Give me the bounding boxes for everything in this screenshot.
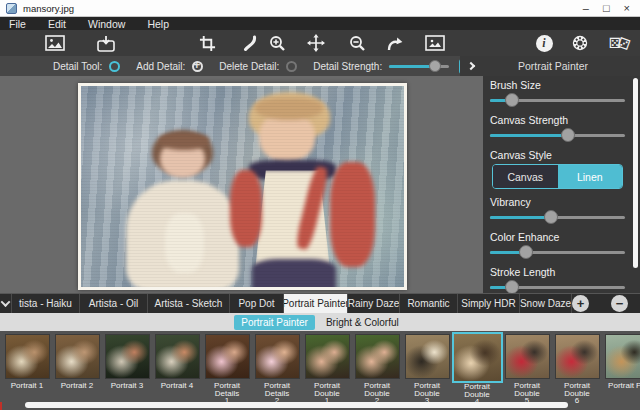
thumbnail-scrollbar[interactable] <box>25 402 568 408</box>
window-title: mansory.jpg <box>23 3 74 14</box>
thumbnail-portrait-pe[interactable]: Portrait Pe <box>602 334 640 410</box>
preset-group-bar: Portrait PainterBright & Colorful <box>0 313 640 331</box>
detail-strength-handle[interactable] <box>429 60 441 72</box>
tab-artista-sketch[interactable]: Artista - Sketch <box>148 294 230 313</box>
tab-romantic[interactable]: Romantic <box>400 294 458 313</box>
menu-edit[interactable]: Edit <box>37 18 77 30</box>
toolbar: i ⚄⚂ <box>0 30 640 56</box>
menubar: FileEditWindowHelp <box>0 17 640 30</box>
thumbnail-portrait-details-2-image <box>255 334 300 379</box>
menu-window[interactable]: Window <box>77 18 136 30</box>
thumbnail-portrait-double-2[interactable]: PortraitDouble2 <box>352 334 402 410</box>
subtab-portrait-painter[interactable]: Portrait Painter <box>234 315 315 330</box>
thumbnail-portrait-double-6-label: PortraitDouble6 <box>564 382 590 405</box>
app-window: { "window": { "title": "mansory.jpg", "c… <box>0 0 640 410</box>
slider-label-color-enhance: Color Enhance <box>490 231 633 243</box>
menu-help[interactable]: Help <box>136 18 180 30</box>
thumbnail-portrait-details-1[interactable]: PortraitDetails1 <box>202 334 252 410</box>
chevron-down-icon <box>1 297 11 307</box>
detail-strength-label: Detail Strength: <box>313 61 382 72</box>
slider-block-brush-size: Brush Size <box>490 79 633 107</box>
detail-strength-slider[interactable] <box>389 60 449 72</box>
add-style-button[interactable]: + <box>572 295 589 312</box>
thumbnail-portrait-double-4[interactable]: PortraitDouble4 <box>452 334 502 410</box>
slider-vibrancy[interactable] <box>490 210 625 224</box>
thumbnail-portrait-double-1[interactable]: PortraitDouble1 <box>302 334 352 410</box>
window-controls: – □ × <box>583 3 640 14</box>
tab-pop-dot[interactable]: Pop Dot <box>230 294 284 313</box>
slider-handle-canvas-strength[interactable] <box>561 128 575 142</box>
thumbnail-portrait-4[interactable]: Portrait 4 <box>152 334 202 410</box>
redo-icon[interactable] <box>384 33 406 53</box>
open-image-icon[interactable] <box>44 33 66 53</box>
slider-label-canvas-strength: Canvas Strength <box>490 114 633 126</box>
zoom-in-icon[interactable] <box>266 33 288 53</box>
slider-label-stroke-length: Stroke Length <box>490 266 633 278</box>
delete-detail-label: Delete Detail: <box>219 61 279 72</box>
canvas-style-label: Canvas Style <box>490 149 633 161</box>
brush-tool-icon[interactable] <box>238 33 260 53</box>
detail-tool-icon[interactable] <box>109 61 120 72</box>
zoom-out-icon[interactable] <box>346 33 368 53</box>
thumbnail-portrait-double-6[interactable]: PortraitDouble6 <box>552 334 602 410</box>
thumbnail-portrait-double-5-image <box>505 334 550 379</box>
add-detail-icon[interactable] <box>192 61 203 72</box>
crop-icon[interactable] <box>196 33 218 53</box>
slider-label-vibrancy: Vibrancy <box>490 196 633 208</box>
slider-block-canvas-strength: Canvas Strength <box>490 114 633 142</box>
thumbnail-portrait-1[interactable]: Portrait 1 <box>2 334 52 410</box>
canvas-style-option-linen[interactable]: Linen <box>558 165 623 188</box>
tab-tista-haiku[interactable]: tista - Haiku <box>12 294 80 313</box>
collapse-tray-button[interactable] <box>0 294 12 313</box>
thumbnail-portrait-2[interactable]: Portrait 2 <box>52 334 102 410</box>
settings-icon[interactable] <box>569 33 591 53</box>
photo-canvas[interactable] <box>78 83 407 290</box>
maximize-button[interactable]: □ <box>603 3 610 14</box>
slider-handle-stroke-length[interactable] <box>505 280 519 294</box>
randomize-dice-icon[interactable]: ⚄⚂ <box>607 33 629 53</box>
save-icon[interactable] <box>95 33 117 53</box>
thumbnail-portrait-details-2[interactable]: PortraitDetails2 <box>252 334 302 410</box>
canvas-area[interactable] <box>0 76 483 293</box>
delete-detail-icon[interactable] <box>286 61 297 72</box>
app-icon <box>6 3 17 14</box>
thumbnail-portrait-double-4-image <box>452 332 503 383</box>
close-button[interactable]: × <box>624 3 630 14</box>
slider-label-brush-size: Brush Size <box>490 79 633 91</box>
slider-brush-size[interactable] <box>490 93 625 107</box>
move-tool-icon[interactable] <box>305 33 327 53</box>
panel-title: Portrait Painter <box>474 60 640 72</box>
slider-handle-vibrancy[interactable] <box>544 210 558 224</box>
tab-simply-hdr[interactable]: Simply HDR <box>458 294 520 313</box>
tab-rainy-daze[interactable]: Rainy Daze <box>348 294 400 313</box>
tab-portrait-painter[interactable]: Portrait Painter <box>284 294 348 313</box>
thumbnail-portrait-double-3-image <box>405 334 450 379</box>
slider-stroke-length[interactable] <box>490 280 625 294</box>
canvas-style-option-canvas[interactable]: Canvas <box>493 165 558 188</box>
tab-snow-daze[interactable]: Snow Daze <box>520 294 572 313</box>
minimize-button[interactable]: – <box>583 3 589 14</box>
thumbnail-portrait-3[interactable]: Portrait 3 <box>102 334 152 410</box>
panel-header: Portrait Painter <box>460 56 640 76</box>
thumbnail-portrait-double-5[interactable]: PortraitDouble5 <box>502 334 552 410</box>
portrait-painter-panel: Brush SizeCanvas Strength Canvas Style C… <box>483 76 640 293</box>
menu-file[interactable]: File <box>0 18 37 30</box>
info-icon[interactable]: i <box>533 33 555 53</box>
remove-style-button[interactable]: − <box>611 295 628 312</box>
slider-color-enhance[interactable] <box>490 245 625 259</box>
image-preview-icon[interactable] <box>424 33 446 53</box>
style-tab-bar: tista - HaikuArtista - OilArtista - Sket… <box>0 293 640 313</box>
thumbnail-portrait-4-label: Portrait 4 <box>161 382 193 390</box>
slider-fill <box>490 134 568 137</box>
slider-canvas-strength[interactable] <box>490 128 625 142</box>
add-detail-label: Add Detail: <box>136 61 185 72</box>
subtab-bright-colorful[interactable]: Bright & Colorful <box>319 315 406 330</box>
panel-scrollbar[interactable] <box>633 78 638 268</box>
thumbnail-portrait-pe-image <box>605 334 640 379</box>
slider-handle-color-enhance[interactable] <box>519 245 533 259</box>
thumbnail-portrait-double-3[interactable]: PortraitDouble3 <box>402 334 452 410</box>
slider-handle-brush-size[interactable] <box>505 93 519 107</box>
tab-artista-oil[interactable]: Artista - Oil <box>80 294 148 313</box>
thumbnail-portrait-2-image <box>55 334 100 379</box>
preset-thumbnail-strip: Portrait 1Portrait 2Portrait 3Portrait 4… <box>0 331 640 410</box>
